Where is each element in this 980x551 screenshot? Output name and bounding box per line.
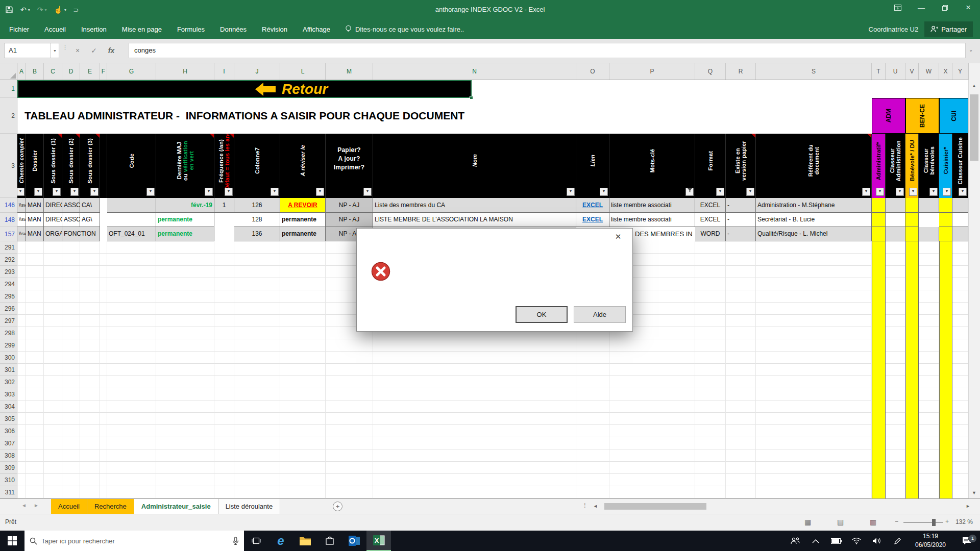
expand-formula-bar-icon[interactable]: ⌄ [969,47,973,53]
cell-T146[interactable] [872,198,886,213]
cell-Q148[interactable]: EXCEL [695,213,726,227]
taskbar-app-store[interactable] [317,531,342,551]
cell-C146[interactable]: DIREC [44,198,62,213]
filter-dropdown-icon[interactable]: ▼ [205,188,213,196]
header-cell-X[interactable]: Cuisinier*▼ [939,134,952,198]
sheet-tab-recherche[interactable]: Recherche [87,499,134,514]
column-header-Q[interactable]: Q [695,63,726,80]
header-cell-D[interactable]: Sous dossier (2)▼ [62,134,80,198]
cell-Y157[interactable] [952,227,968,241]
cell-G148[interactable] [107,213,156,227]
taskbar-app-file-explorer[interactable] [293,531,317,551]
cell-W157[interactable] [919,227,939,241]
column-header-W[interactable]: W [919,63,939,80]
column-header-D[interactable]: D [62,63,80,80]
cell-H146[interactable]: févr.-19 [156,198,214,213]
row-header-305[interactable]: 305 [0,413,17,425]
filter-dropdown-icon[interactable]: ▼ [225,188,233,196]
row-header-308[interactable]: 308 [0,449,17,462]
column-header-H[interactable]: H [156,63,214,80]
cell-P148[interactable]: liste membre associati [609,213,695,227]
row-header-299[interactable]: 299 [0,339,17,352]
row-header-148[interactable]: 148 [0,213,17,227]
filter-dropdown-icon[interactable]: ▼ [909,188,917,196]
cell-J148[interactable]: 128 [234,213,280,227]
vscroll-thumb[interactable] [970,94,978,161]
cell-U146[interactable] [886,198,905,213]
cell-R146[interactable]: - [726,198,756,213]
tell-me-box[interactable]: Dites-nous ce que vous voulez faire.. [345,25,464,33]
close-button[interactable]: × [957,0,980,15]
sheet-tab-administrateur-saisie[interactable]: Administrateur_saisie [134,499,218,515]
cell-A146[interactable]: \\svr [17,198,26,213]
header-cell-W[interactable]: Classeurbénévoles▼ [919,134,939,198]
cancel-icon[interactable]: × [70,43,85,58]
horizontal-scrollbar[interactable] [602,502,963,511]
sheet-nav-left-icon[interactable]: ◄ [21,503,27,508]
cell-V146[interactable] [905,198,919,213]
filter-dropdown-icon[interactable]: ▼ [567,188,575,196]
column-header-F[interactable]: F [100,63,107,80]
sheet-nav-right-icon[interactable]: ► [34,503,39,508]
user-name[interactable]: Coordinatrice U2 [869,26,919,33]
people-icon[interactable] [785,537,805,545]
cell-X148[interactable] [939,213,952,227]
ribbon-tab-accueil[interactable]: Accueil [37,19,74,39]
filter-dropdown-icon[interactable]: ▼ [716,188,724,196]
share-button[interactable]: Partager [924,21,973,37]
header-cell-M[interactable]: Papier?A jour?Imprimer?▼ [326,134,373,198]
filter-dropdown-icon[interactable]: ▼ [959,188,967,196]
row-header-309[interactable]: 309 [0,462,17,474]
taskbar-search[interactable]: Taper ici pour rechercher [24,531,244,551]
filter-dropdown-icon[interactable]: ▼ [90,188,99,196]
redo-icon[interactable]: ↷▾ [37,6,47,14]
zoom-slider[interactable] [903,522,943,523]
battery-icon[interactable] [826,538,846,544]
cell-Y146[interactable] [952,198,968,213]
ok-button[interactable]: OK [516,306,568,323]
cell-B157[interactable]: MAN [26,227,44,241]
filter-dropdown-icon[interactable]: ▼ [271,188,279,196]
header-cell-P[interactable]: Mots-clé [609,134,695,198]
start-button[interactable] [0,531,24,551]
cell-N146[interactable]: Liste des membres du CA [373,198,576,213]
ribbon-tab-formules[interactable]: Formules [169,19,212,39]
cell-M148[interactable]: NP - AJ [326,213,373,227]
new-sheet-icon[interactable]: + [333,502,342,511]
page-break-view-icon[interactable]: ▥ [870,518,876,526]
cell-N148[interactable]: LISTE MEMBRE DE L'ASSOCIATION LA MAISON [373,213,576,227]
header-cell-A[interactable]: Chemin complet▼ [17,134,26,198]
zoom-out-icon[interactable]: − [895,518,898,525]
column-header-O[interactable]: O [576,63,609,80]
zoom-level[interactable]: 132 % [955,518,973,525]
filter-dropdown-icon[interactable]: ▼ [600,188,608,196]
header-cell-V[interactable]: Bénévole* / DU▼ [905,134,919,198]
column-header-V[interactable]: V [905,63,919,80]
cell-L157[interactable]: permanente [280,227,326,241]
ribbon-tab-fichier[interactable]: Fichier [0,19,37,39]
selection-fill-handle[interactable] [470,96,473,99]
row-header-3[interactable]: 3 [0,134,17,198]
cell-B148[interactable]: MAN [26,213,44,227]
header-cell-Q[interactable]: Format▼ [695,134,726,198]
cell-U157[interactable] [886,227,905,241]
customize-qat-icon[interactable]: ⸧ [74,7,78,13]
row-header-294[interactable]: 294 [0,278,17,290]
cell-Q146[interactable]: EXCEL [695,198,726,213]
filter-dropdown-icon[interactable]: ▼ [862,188,870,196]
column-header-Y[interactable]: Y [952,63,968,80]
cell-H148[interactable]: permanente [156,213,214,227]
header-cell-B[interactable]: Dossier▼ [26,134,44,198]
cell-Y148[interactable] [952,213,968,227]
column-header-M[interactable]: M [326,63,373,80]
row-header-310[interactable]: 310 [0,474,17,486]
row-header-301[interactable]: 301 [0,364,17,376]
cell-O148[interactable]: EXCEL [576,213,609,227]
column-header-A[interactable]: A [17,63,26,80]
header-cell-Y[interactable]: Classeur Cuisine▼ [952,134,968,198]
cell-C148[interactable]: DIREC [44,213,62,227]
cell-E148[interactable]: AG\ [80,213,100,227]
cell-D157[interactable]: FONCTION [62,227,100,241]
cell-R157[interactable]: - [726,227,756,241]
column-header-I[interactable]: I [214,63,234,80]
